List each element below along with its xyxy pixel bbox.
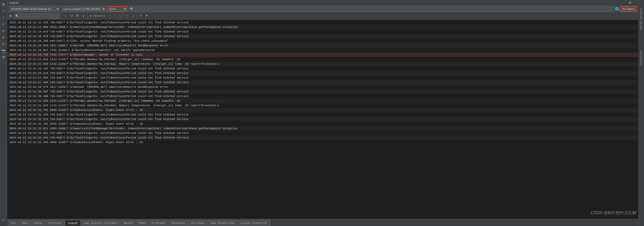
sidebar-icon-video[interactable]: 🎬 [1, 55, 6, 60]
bottom-tab-app-inspection[interactable]: App Inspection [208, 220, 237, 226]
main-content: Logcat ⚙ HUAWEI MAR-AL00 Android 10, ...… [7, 0, 638, 226]
log-line: 2024-10-12 23:31:19.847 2762-31362/? E/D… [7, 48, 638, 52]
sidebar-icon-list[interactable]: ☷ [1, 41, 6, 47]
log-line: 2024-10-12 23:31:33.296 3069-3198/? E/Hi… [7, 140, 638, 145]
log-line: 2024-10-12 23:31:12.868 1603-1899/? E/Hw… [7, 25, 638, 29]
bottom-tab-git[interactable]: Git [8, 220, 19, 226]
bottom-tab-debug[interactable]: Debug [31, 220, 45, 226]
gear-icon[interactable]: ⚙ [629, 1, 631, 5]
log-line: 2024-10-12 23:31:33.401 720-930/? E/Surf… [7, 131, 638, 135]
cc-toggle[interactable]: Cc [69, 13, 74, 18]
device-select[interactable]: HUAWEI MAR-AL00 Android 10, ... [9, 6, 60, 12]
filter-search-input[interactable] [14, 13, 60, 18]
scroll-to-end-icon[interactable]: ↩ [63, 13, 68, 18]
sidebar-icon-camera[interactable]: 📷 [1, 48, 6, 54]
sidebar-icon-wrap[interactable]: ≡ [1, 21, 6, 27]
results-count: 0 results [89, 14, 106, 17]
bottom-tab-logcat[interactable]: Logcat [65, 220, 81, 226]
log-line: 2024-10-12 23:31:27.466 720-930/? E/Surf… [7, 80, 638, 85]
log-line: 2024-10-12 23:31:32.253 720-930/? E/Surf… [7, 117, 638, 122]
prev-match-icon[interactable]: ↑ [107, 13, 112, 18]
log-line: 2024-10-12 23:31:24.505 720-930/? E/Surf… [7, 76, 638, 80]
log-search-input[interactable] [128, 6, 614, 12]
build-variants-label[interactable]: Build Variants [640, 8, 643, 29]
bottom-tab-todo[interactable]: TODO [136, 220, 148, 226]
next-match-icon[interactable]: ↓ [113, 13, 118, 18]
bottom-tab-build[interactable]: Build [121, 220, 135, 226]
log-line: 2024-10-12 23:31:32.169 720-930/? E/Surf… [7, 112, 638, 117]
left-sidebar: 🗑 ⬆ ⬇ ≡ ⊙ ⊕ ☷ 📷 🎬 ? [0, 0, 7, 226]
log-line: 2024-10-12 23:31:23.224 720-930/? E/Surf… [7, 71, 638, 76]
filter-icon[interactable]: ▼ [144, 13, 149, 18]
log-line: 2024-10-12 23:31:32.921 1603-1899/? E/Hw… [7, 126, 638, 131]
bottom-tabs: GitRunDebugProfilerLogcatApp Quality Ins… [7, 219, 638, 226]
log-area[interactable]: 2024-10-12 23:31:12.533 720-930/? E/Surf… [7, 20, 638, 219]
log-line: 2024-10-12 23:31:19.564 1027-1086/? E/em… [7, 43, 638, 48]
log-line: 2024-10-12 23:31:12.533 720-930/? E/Surf… [7, 20, 638, 25]
sidebar-icon-plus[interactable]: ⊕ [1, 35, 6, 40]
bottom-tab-services[interactable]: Services [188, 220, 207, 226]
package-select[interactable]: com.lz.english (2736) [DEAD] [61, 6, 106, 12]
top-section: HUAWEI MAR-AL00 Android 10, ... com.lz.e… [7, 6, 638, 20]
log-line: 2024-10-12 23:31:18.260 645-645/? E/libc… [7, 39, 638, 43]
bottom-tab-app-quality-insights[interactable]: App Quality Insights [81, 220, 121, 226]
bottom-tab-profiler[interactable]: Profiler [45, 220, 65, 226]
log-line: 2024-10-12 23:31:33.483 720-930/? E/Surf… [7, 135, 638, 140]
delete-log-icon[interactable]: 🗑 [8, 13, 13, 18]
sidebar-icon-up[interactable]: ⬆ [1, 8, 6, 14]
log-line: 2024-10-12 23:31:32.793 3069-3198/? E/Hi… [7, 122, 638, 126]
log-line: 2024-10-12 23:31:29.576 1027-1086/? E/em… [7, 85, 638, 89]
toolbar-icons-left: 🗑 ↩ Cc W ✕ 0 results ↑ ↓ ⬛ ↑| ↓| ≡ ▼ [8, 13, 149, 18]
toolbar-row2: 🗑 ↩ Cc W ✕ 0 results ↑ ↓ ⬛ ↑| ↓| ≡ ▼ [7, 12, 638, 19]
filter-checkbox[interactable] [615, 7, 619, 10]
log-line: 2024-10-12 23:31:20.796 7411-7457/? E/Se… [7, 52, 638, 57]
whole-word-toggle[interactable]: W [75, 13, 80, 18]
log-line: 2024-10-12 23:31:31.526 1143-1143/? E/Th… [7, 99, 638, 103]
sidebar-icon-delete[interactable]: 🗑 [1, 2, 6, 7]
no-filters-button[interactable]: No Filters [620, 6, 637, 12]
right-sidebar: Build Variants Structure [638, 0, 644, 226]
log-line: 2024-10-12 23:31:30.490 720-930/? E/Surf… [7, 94, 638, 99]
log-line: 2024-10-12 23:31:23.142 720-930/? E/Surf… [7, 66, 638, 71]
sidebar-icon-down[interactable]: ⬇ [1, 15, 6, 20]
title-bar: Logcat ⚙ [7, 0, 638, 6]
log-line: 2024-10-12 23:31:30.407 720-930/? E/Surf… [7, 89, 638, 94]
bottom-tab-problems[interactable]: Problems [149, 220, 168, 226]
log-line: 2024-10-12 23:31:15.476 720-930/? E/Surf… [7, 34, 638, 39]
app-title: Logcat [9, 1, 19, 4]
log-line: 2024-10-12 23:31:31.528 1143-1143/? E/Th… [7, 103, 638, 108]
soft-wrap-icon[interactable]: ≡ [138, 13, 143, 18]
log-line: 2024-10-12 23:31:14.079 720-930/? E/Surf… [7, 29, 638, 34]
log-line: 2024-10-12 23:31:21.518 1143-1143/? E/Th… [7, 57, 638, 62]
sidebar-icon-circle[interactable]: ⊙ [1, 28, 6, 34]
icon1[interactable]: ⬛ [118, 13, 124, 18]
level-select[interactable]: Error [107, 6, 127, 12]
bottom-tab-run[interactable]: Run [19, 220, 30, 226]
toolbar-row1: HUAWEI MAR-AL00 Android 10, ... com.lz.e… [7, 6, 638, 12]
close-search-icon[interactable]: ✕ [81, 13, 86, 18]
icon2[interactable]: ↑| [124, 13, 129, 18]
log-line: 2024-10-12 23:31:31.795 3069-3198/? E/Hi… [7, 108, 638, 112]
bottom-tab-layout-inspector[interactable]: Layout Inspector [238, 220, 270, 226]
icon3[interactable]: ↓| [130, 13, 135, 18]
sidebar-icon-help[interactable]: ? [1, 218, 6, 223]
bottom-tab-terminal[interactable]: Terminal [168, 220, 188, 226]
structure-label[interactable]: Structure [640, 51, 643, 65]
log-line: 2024-10-12 23:31:21.520 1143-1143/? E/Th… [7, 62, 638, 66]
